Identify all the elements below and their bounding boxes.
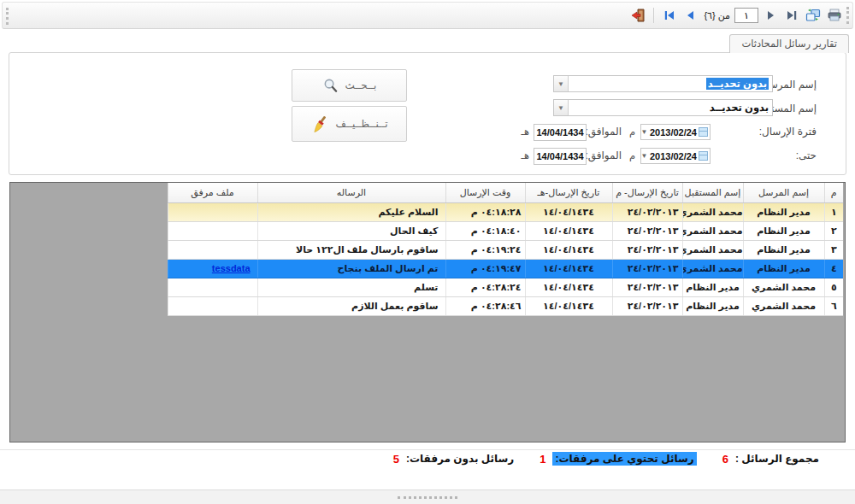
chevron-down-icon: ▼ xyxy=(639,128,650,136)
toolbar-grip[interactable] xyxy=(6,8,9,25)
switch-windows-icon xyxy=(805,9,821,22)
column-header-time[interactable]: وقت الإرسال xyxy=(445,183,525,202)
with-attachments-count: 1 xyxy=(540,453,545,466)
without-attachments-count: 5 xyxy=(393,453,399,466)
send-period-label: فترة الإرسال: xyxy=(759,126,817,138)
seek-first-icon xyxy=(663,10,675,21)
receiver-name-combo[interactable]: بدون تحديــد ▼ xyxy=(553,99,773,116)
grid-panel: م إسم المرسل إسم المستقبل تاريخ الإرسال-… xyxy=(9,182,846,442)
column-header-date-gregorian[interactable]: تاريخ الإرسال- م xyxy=(612,183,682,202)
column-header-num[interactable]: م xyxy=(824,183,843,202)
chevron-down-icon[interactable]: ▼ xyxy=(554,76,569,91)
tab-chat-message-reports[interactable]: تقارير رسائل المحادثات xyxy=(729,34,849,53)
summary-bar: مجموع الرسائل : 6 رسائل تحتوي على مرفقات… xyxy=(393,452,819,466)
column-header-attachment[interactable]: ملف مرفق xyxy=(168,183,257,202)
hijri-marker: هـ xyxy=(522,149,529,161)
total-messages-label: مجموع الرسائل : xyxy=(735,453,819,465)
table-header-row: م إسم المرسل إسم المستقبل تاريخ الإرسال-… xyxy=(168,183,843,202)
gregorian-marker: م xyxy=(629,126,635,138)
calendar-icon xyxy=(699,151,708,161)
search-icon xyxy=(322,78,339,94)
print-button[interactable] xyxy=(825,6,844,25)
calendar-icon xyxy=(699,127,708,137)
next-record-icon xyxy=(765,10,776,21)
table-row-4-selected[interactable]: ٤ مدير النظام محمد الشمري ٢٤/٠٢/٢٠١٣ ١٤/… xyxy=(168,259,843,278)
column-header-receiver[interactable]: إسم المستقبل xyxy=(682,183,743,202)
period-hijri-input[interactable] xyxy=(534,124,587,141)
bottom-strip xyxy=(0,489,855,504)
total-messages-count: 6 xyxy=(722,453,728,466)
hijri-marker: هـ xyxy=(522,126,529,138)
next-record-button[interactable] xyxy=(761,6,780,25)
messages-with-attachments: رسائل تحتوي على مرفقات: 1 xyxy=(540,452,696,466)
search-button[interactable]: بــحــث xyxy=(292,69,407,102)
total-messages: مجموع الرسائل : 6 xyxy=(722,453,819,466)
filter-panel: إسم المرسل: بدون تحديــد ▼ إسم المستقبل:… xyxy=(9,52,846,175)
corresponding-label: الموافق: xyxy=(585,126,622,138)
table-row-1[interactable]: ١ مدير النظام محمد الشمري ٢٤/٠٢/٢٠١٣ ١٤/… xyxy=(168,202,843,221)
column-header-message[interactable]: الرساله xyxy=(257,183,445,202)
seek-last-icon xyxy=(787,10,798,21)
sender-name-value: بدون تحديــد xyxy=(706,78,769,90)
table-row-2[interactable]: ٢ مدير النظام محمد الشمري ٢٤/٠٢/٢٠١٣ ١٤/… xyxy=(168,221,843,240)
chat-reports-window: { "toolbar": { "of_label": "من {٦}", "po… xyxy=(0,0,855,504)
clean-button-label: تــنــظــيــف xyxy=(336,118,388,130)
until-date-value: 2013/02/24 xyxy=(650,151,697,161)
chevron-down-icon: ▼ xyxy=(639,152,650,160)
corresponding-label: الموافق: xyxy=(585,149,622,161)
receiver-name-value: بدون تحديــد xyxy=(569,102,772,114)
broom-icon xyxy=(311,115,329,133)
door-exit-icon xyxy=(631,9,646,22)
printer-icon xyxy=(827,9,842,22)
previous-record-button[interactable] xyxy=(681,6,699,25)
clean-button[interactable]: تــنــظــيــف xyxy=(292,106,407,142)
column-header-sender[interactable]: إسم المرسل xyxy=(743,183,824,202)
toolbar-grip[interactable] xyxy=(846,7,849,24)
search-button-label: بــحــث xyxy=(345,79,377,91)
until-label: حتى: xyxy=(796,149,817,161)
table-row-5[interactable]: ٥ محمد الشمري مدير النظام ٢٤/٠٢/٢٠١٣ ١٤/… xyxy=(168,278,843,296)
table-row-6[interactable]: ٦ محمد الشمري مدير النظام ٢٤/٠٢/٢٠١٣ ١٤/… xyxy=(168,296,843,315)
record-count-label: من {٦} xyxy=(702,10,732,21)
until-hijri-input[interactable] xyxy=(534,148,587,165)
attachment-link[interactable]: tessdata xyxy=(212,263,251,273)
with-attachments-label: رسائل تحتوي على مرفقات: xyxy=(552,452,696,466)
table-row-3[interactable]: ٣ مدير النظام محمد الشمري ٢٤/٠٢/٢٠١٣ ١٤/… xyxy=(168,240,843,259)
refresh-button[interactable] xyxy=(804,6,823,25)
period-date-value: 2013/02/24 xyxy=(650,127,697,138)
exit-button[interactable] xyxy=(629,6,648,25)
record-position-input[interactable] xyxy=(734,8,758,23)
chevron-down-icon[interactable]: ▼ xyxy=(554,100,569,115)
messages-table: م إسم المرسل إسم المستقبل تاريخ الإرسال-… xyxy=(168,183,844,316)
last-record-button[interactable] xyxy=(782,6,801,25)
until-date-picker[interactable]: 2013/02/24 ▼ xyxy=(640,148,711,164)
period-date-picker[interactable]: 2013/02/24 ▼ xyxy=(640,124,711,140)
toolbar-separator xyxy=(653,8,654,23)
sender-name-combo[interactable]: بدون تحديــد ▼ xyxy=(553,75,773,92)
previous-record-icon xyxy=(685,10,696,21)
without-attachments-label: رسائل بدون مرفقات: xyxy=(406,453,514,465)
summary-divider xyxy=(0,449,855,450)
first-record-button[interactable] xyxy=(659,6,678,25)
splitter-grip[interactable] xyxy=(398,496,457,499)
gregorian-marker: م xyxy=(629,149,635,161)
messages-without-attachments: رسائل بدون مرفقات: 5 xyxy=(393,453,514,466)
record-navigation-toolbar: من {٦} xyxy=(2,2,853,29)
column-header-date-hijri[interactable]: تاريخ الإرسال-هـ xyxy=(525,183,612,202)
